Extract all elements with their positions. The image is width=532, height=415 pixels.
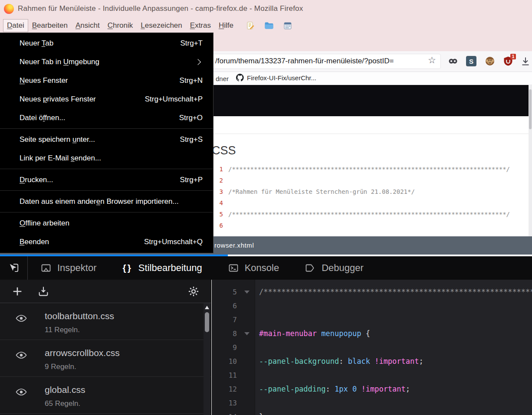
new-stylesheet-button[interactable] [11, 285, 23, 297]
label-post: mgebung [69, 58, 99, 66]
code-line-text: /***************************************… [228, 211, 510, 218]
menu-item-shortcut: Strg+O [179, 114, 203, 122]
editor-line-number: 13 [212, 399, 239, 407]
menu-item-seite-speichern-unter[interactable]: Seite speichern unter...Strg+S [0, 130, 213, 149]
devtools-tabbar: Inspektor{}StilbearbeitungKonsoleDebugge… [0, 256, 532, 280]
tab-inspektor[interactable]: Inspektor [28, 256, 110, 280]
menu-item-label: Link per E-Mail senden... [20, 154, 101, 163]
token-plain: { [361, 329, 370, 338]
style-editor-source[interactable]: 5/**************************************… [212, 280, 532, 415]
bookmark-star-icon[interactable]: ☆ [428, 55, 436, 65]
label-post: ilfe [224, 21, 233, 30]
menu-item-neuer-tab[interactable]: Neuer TabStrg+T [0, 34, 213, 52]
tampermonkey-extension-icon[interactable] [485, 56, 495, 66]
fold-arrow-icon[interactable] [239, 291, 255, 294]
menu-item-beenden[interactable]: BeendenStrg+Umschalt+Q [0, 232, 213, 251]
scrollbar-up-arrow-icon[interactable] [205, 306, 209, 309]
menubar-item-bearbeiten[interactable]: Bearbeiten [28, 19, 72, 32]
menubar-item-extras[interactable]: Extras [186, 19, 215, 32]
pick-element-button[interactable] [0, 256, 28, 280]
bookmark-github-item[interactable]: Firefox-UI-Fix/userChr... [236, 74, 316, 82]
content-divider [212, 134, 529, 134]
menu-item-neues-fenster[interactable]: Neues FensterStrg+N [0, 71, 213, 90]
label-post: fnen... [45, 114, 65, 122]
document-title: rowser.xhtml [214, 242, 254, 249]
bookmark-folder-fragment[interactable]: dner [216, 75, 229, 82]
menubar-item-ansicht[interactable]: Ansicht [72, 19, 104, 32]
code-line: 3/*Rahmen für Menüleiste Sternchen-grün … [212, 186, 510, 197]
stylesheet-list-scrollbar[interactable] [204, 303, 210, 415]
editor-line: 13 [212, 396, 532, 410]
menu-separator [0, 212, 213, 212]
fold-triangle [244, 291, 250, 294]
style-editor-sidebar: toolbarbutton.css11 Regeln.arrowscrollbo… [0, 280, 211, 415]
page-scrollbar-thumb[interactable] [529, 89, 532, 129]
code-line: 1/**************************************… [212, 163, 510, 175]
editor-line: 11 [212, 368, 532, 382]
menu-item-daten-aus-einem-anderen-browser-importieren[interactable]: Daten aus einem anderen Browser importie… [0, 192, 213, 211]
menu-item-label: Neuer Tab in Umgebung [20, 58, 99, 66]
menubar-item-hilfe[interactable]: Hilfe [215, 19, 237, 32]
ublock-extension-icon[interactable]: 1 [503, 56, 513, 66]
tab-label: Debugger [322, 262, 364, 274]
menubar-item-datei[interactable]: Datei [3, 19, 28, 32]
menu-item-datei-ffnen[interactable]: Datei öffnen...Strg+O [0, 108, 213, 127]
label-pre: Datei ö [20, 114, 43, 122]
editor-lines: 5/**************************************… [212, 285, 532, 415]
tab-label: Stilbearbeitung [138, 262, 202, 274]
settings-gear-icon[interactable] [187, 285, 200, 297]
folder-icon[interactable] [264, 22, 274, 29]
calendar-icon[interactable] [283, 21, 292, 30]
stylesheet-item-toolbarbutton-css[interactable]: toolbarbutton.css11 Regeln. [0, 303, 211, 340]
label-pre: Neuer Tab in [20, 58, 63, 66]
stylesheet-item-arrowscrollbox-css[interactable]: arrowscrollbox.css9 Regeln. [0, 340, 211, 377]
page-scrollbar[interactable] [529, 85, 532, 236]
visibility-eye-icon[interactable] [16, 314, 27, 324]
label-accesskey: H [219, 21, 224, 30]
editor-line-number: 10 [212, 357, 239, 366]
token-value: black [348, 357, 370, 366]
menu-item-offline-arbeiten[interactable]: Offline arbeiten [0, 214, 213, 232]
tab-stilbearbeitung[interactable]: {}Stilbearbeitung [110, 256, 215, 280]
menu-separator [0, 128, 213, 129]
tab-label: Konsole [245, 262, 279, 274]
code-line-text: /***************************************… [228, 166, 510, 173]
editor-line: 7 [212, 313, 532, 327]
token-plain [357, 385, 361, 393]
import-stylesheet-button[interactable] [37, 285, 49, 297]
token-plain: } [259, 412, 263, 415]
menu-item-neuer-tab-in-umgebung[interactable]: Neuer Tab in Umgebung [0, 52, 213, 71]
tab-konsole[interactable]: Konsole [215, 256, 292, 280]
scrollbar-thumb[interactable] [205, 312, 209, 332]
menu-item-neues-privates-fenster[interactable]: Neues privates FensterStrg+Umschalt+P [0, 90, 213, 108]
menu-item-label: Neues Fenster [20, 76, 68, 85]
menu-item-link-per-e-mail-senden[interactable]: Link per E-Mail senden... [0, 149, 213, 167]
eyes-extension-icon[interactable] [448, 56, 458, 66]
editor-line-number: 14 [212, 413, 239, 415]
download-icon[interactable] [520, 56, 531, 66]
label-pre: Neuer [20, 39, 42, 47]
menu-item-drucken[interactable]: Drucken...Strg+P [0, 170, 213, 189]
firefox-logo-icon [4, 4, 14, 14]
visibility-eye-icon[interactable] [16, 351, 27, 361]
menubar-item-chronik[interactable]: Chronik [104, 19, 137, 32]
menubar-item-lesezeichen[interactable]: Lesezeichen [137, 19, 186, 32]
token-value: 1px 0 [335, 385, 357, 393]
menu-item-label: Datei öffnen... [20, 114, 66, 122]
label-accesskey: L [141, 21, 144, 30]
label-post: eues Fenster [25, 76, 68, 85]
visibility-eye-icon[interactable] [16, 388, 27, 398]
bookmark-label: Firefox-UI-Fix/userChr... [247, 74, 316, 82]
code-line: 6 [212, 220, 510, 231]
window-title: Rahmen für Menüleiste - Individuelle Anp… [18, 4, 303, 13]
menu-item-shortcut: Strg+Umschalt+Q [144, 238, 203, 246]
label-accesskey: C [108, 21, 113, 30]
stylesheet-item-global-css[interactable]: global.css65 Regeln. [0, 377, 211, 414]
menu-separator [0, 190, 213, 191]
label-accesskey: p [43, 95, 47, 103]
note-icon[interactable] [246, 21, 255, 30]
label-accesskey: D [20, 176, 25, 184]
tab-debugger[interactable]: Debugger [292, 256, 377, 280]
stylus-extension-icon[interactable]: S [466, 56, 476, 66]
fold-arrow-icon[interactable] [239, 332, 255, 335]
